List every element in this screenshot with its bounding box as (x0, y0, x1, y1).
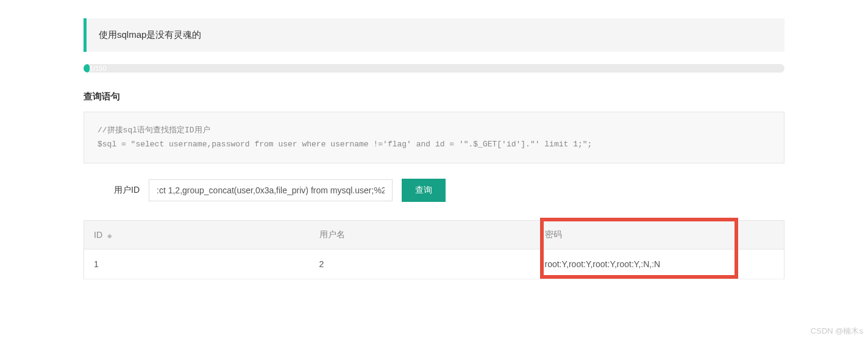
user-id-input[interactable] (149, 179, 393, 201)
cell-id: 1 (84, 249, 310, 279)
progress-fill (84, 64, 90, 73)
table-header-row: ID ◆ 用户名 密码 (84, 220, 784, 249)
progress-bar: 1/150 (84, 64, 784, 73)
code-comment: //拼接sql语句查找指定ID用户 (98, 126, 210, 135)
banner-text: 使用sqlmap是没有灵魂的 (99, 29, 201, 40)
progress-text: 1/150 (90, 64, 107, 73)
banner-quote: 使用sqlmap是没有灵魂的 (84, 18, 784, 52)
section-title: 查询语句 (84, 91, 784, 102)
cell-username: 2 (310, 249, 535, 279)
table-wrap: ID ◆ 用户名 密码 1 2 root:Y,root:Y,root:Y,roo… (84, 220, 784, 279)
cell-password: root:Y,root:Y,root:Y,root:Y,:N,:N (535, 249, 784, 279)
table-header-password[interactable]: 密码 (535, 220, 784, 249)
results-table: ID ◆ 用户名 密码 1 2 root:Y,root:Y,root:Y,roo… (84, 220, 784, 279)
table-header-id[interactable]: ID ◆ (84, 220, 310, 249)
code-block: //拼接sql语句查找指定ID用户 $sql = "select usernam… (84, 112, 784, 163)
form-label: 用户ID (114, 185, 140, 196)
code-line: $sql = "select username,password from us… (98, 140, 592, 149)
table-row: 1 2 root:Y,root:Y,root:Y,root:Y,:N,:N (84, 249, 784, 279)
query-button[interactable]: 查询 (402, 179, 446, 202)
query-form: 用户ID 查询 (84, 179, 784, 202)
table-header-username[interactable]: 用户名 (310, 220, 535, 249)
sort-icon[interactable]: ◆ (107, 233, 112, 239)
